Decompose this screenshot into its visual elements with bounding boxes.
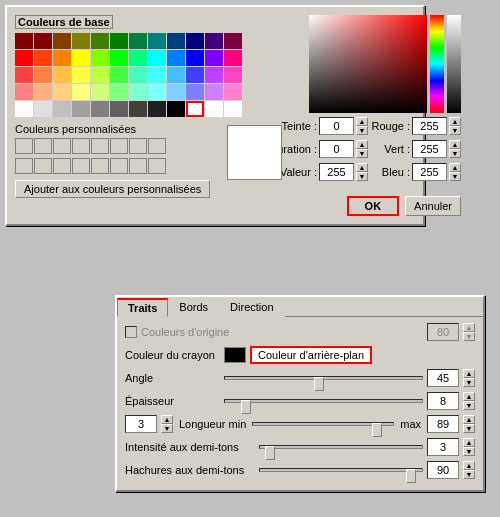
couleurs-origine-checkbox[interactable] <box>125 326 137 338</box>
base-color-swatch[interactable] <box>72 50 90 66</box>
base-color-swatch[interactable] <box>148 84 166 100</box>
ok-button[interactable]: OK <box>347 196 400 216</box>
base-color-swatch[interactable] <box>15 84 33 100</box>
sat-spin-down[interactable]: ▼ <box>356 149 368 158</box>
base-color-swatch[interactable] <box>34 33 52 49</box>
base-color-swatch[interactable] <box>53 67 71 83</box>
hachuras-spin-up[interactable]: ▲ <box>463 461 475 470</box>
red-spin-down[interactable]: ▼ <box>449 126 461 135</box>
base-color-swatch[interactable] <box>91 101 109 117</box>
base-color-swatch[interactable] <box>129 101 147 117</box>
base-color-swatch[interactable] <box>224 101 242 117</box>
custom-swatch[interactable] <box>91 138 109 154</box>
base-color-swatch[interactable] <box>34 84 52 100</box>
blue-spin-down[interactable]: ▼ <box>449 172 461 181</box>
couleur-arriere-plan-box[interactable]: Couleur d'arrière-plan <box>250 346 372 364</box>
base-color-swatch[interactable] <box>205 50 223 66</box>
base-color-swatch[interactable] <box>186 101 204 117</box>
base-color-swatch[interactable] <box>53 50 71 66</box>
base-color-swatch[interactable] <box>148 101 166 117</box>
base-color-swatch[interactable] <box>205 67 223 83</box>
base-color-swatch[interactable] <box>148 67 166 83</box>
base-color-swatch[interactable] <box>34 50 52 66</box>
base-color-swatch[interactable] <box>186 33 204 49</box>
green-spin-down[interactable]: ▼ <box>449 149 461 158</box>
base-color-swatch[interactable] <box>15 50 33 66</box>
epaisseur-input[interactable] <box>427 392 459 410</box>
epaisseur-spin-down[interactable]: ▼ <box>463 401 475 410</box>
custom-swatch[interactable] <box>129 158 147 174</box>
intensite-slider-thumb[interactable] <box>265 446 275 460</box>
base-color-swatch[interactable] <box>91 84 109 100</box>
base-color-swatch[interactable] <box>129 67 147 83</box>
base-color-swatch[interactable] <box>167 101 185 117</box>
longueur-slider-thumb[interactable] <box>372 423 382 437</box>
angle-slider-thumb[interactable] <box>314 377 324 391</box>
base-color-swatch[interactable] <box>167 50 185 66</box>
hachuras-slider-thumb[interactable] <box>406 469 416 483</box>
base-color-swatch[interactable] <box>53 101 71 117</box>
base-color-swatch[interactable] <box>53 33 71 49</box>
tab-bords[interactable]: Bords <box>168 298 219 317</box>
base-color-swatch[interactable] <box>186 50 204 66</box>
base-color-swatch[interactable] <box>91 67 109 83</box>
base-color-swatch[interactable] <box>110 50 128 66</box>
base-color-swatch[interactable] <box>72 67 90 83</box>
base-color-swatch[interactable] <box>34 67 52 83</box>
intensite-input[interactable] <box>427 438 459 456</box>
green-input[interactable] <box>412 140 447 158</box>
sat-input[interactable] <box>319 140 354 158</box>
custom-swatch[interactable] <box>110 158 128 174</box>
longueur-min-spin-down[interactable]: ▼ <box>161 424 173 433</box>
custom-swatch[interactable] <box>53 138 71 154</box>
add-custom-color-button[interactable]: Ajouter aux couleurs personnalisées <box>15 180 210 198</box>
blue-input[interactable] <box>412 163 447 181</box>
base-color-swatch[interactable] <box>110 84 128 100</box>
intensite-slider[interactable] <box>259 445 423 449</box>
saturation-value-picker[interactable] <box>309 15 427 113</box>
cancel-button[interactable]: Annuler <box>405 196 461 216</box>
base-color-swatch[interactable] <box>15 33 33 49</box>
custom-swatch[interactable] <box>15 158 33 174</box>
base-color-swatch[interactable] <box>148 50 166 66</box>
custom-swatch[interactable] <box>53 158 71 174</box>
custom-swatch[interactable] <box>148 158 166 174</box>
tab-traits[interactable]: Traits <box>117 298 168 317</box>
green-spin-up[interactable]: ▲ <box>449 140 461 149</box>
hachuras-slider[interactable] <box>259 468 423 472</box>
custom-swatch[interactable] <box>91 158 109 174</box>
red-spin-up[interactable]: ▲ <box>449 117 461 126</box>
angle-spin-up[interactable]: ▲ <box>463 369 475 378</box>
custom-swatch[interactable] <box>72 138 90 154</box>
epaisseur-spin-up[interactable]: ▲ <box>463 392 475 401</box>
longueur-max-spin-down[interactable]: ▼ <box>463 424 475 433</box>
red-input[interactable] <box>412 117 447 135</box>
custom-swatch[interactable] <box>129 138 147 154</box>
angle-spin-down[interactable]: ▼ <box>463 378 475 387</box>
base-color-swatch[interactable] <box>34 101 52 117</box>
couleur-crayon-swatch[interactable] <box>224 347 246 363</box>
base-color-swatch[interactable] <box>224 84 242 100</box>
base-color-swatch[interactable] <box>205 33 223 49</box>
base-color-swatch[interactable] <box>129 33 147 49</box>
base-color-swatch[interactable] <box>129 50 147 66</box>
longueur-slider[interactable] <box>252 422 394 426</box>
custom-swatch[interactable] <box>72 158 90 174</box>
sat-spin-up[interactable]: ▲ <box>356 140 368 149</box>
base-color-swatch[interactable] <box>167 67 185 83</box>
custom-swatch[interactable] <box>34 158 52 174</box>
base-color-swatch[interactable] <box>72 33 90 49</box>
angle-input[interactable] <box>427 369 459 387</box>
angle-slider[interactable] <box>224 376 423 380</box>
base-color-swatch[interactable] <box>186 84 204 100</box>
base-color-swatch[interactable] <box>224 33 242 49</box>
hue-input[interactable] <box>319 117 354 135</box>
tab-direction[interactable]: Direction <box>219 298 284 317</box>
base-color-swatch[interactable] <box>186 67 204 83</box>
epaisseur-slider[interactable] <box>224 399 423 403</box>
intensite-spin-down[interactable]: ▼ <box>463 447 475 456</box>
base-color-swatch[interactable] <box>91 33 109 49</box>
custom-swatch[interactable] <box>34 138 52 154</box>
lightness-slider[interactable] <box>447 15 461 113</box>
base-color-swatch[interactable] <box>15 101 33 117</box>
